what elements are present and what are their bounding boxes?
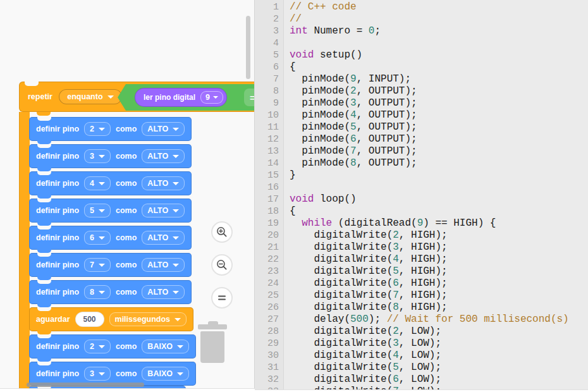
pin-value: 8: [90, 288, 94, 297]
state-value: BAIXO: [147, 342, 173, 351]
unit-dropdown[interactable]: milissegundos: [109, 312, 187, 326]
set-pin-block[interactable]: definir pino5comoALTO: [29, 199, 192, 223]
code-line: {: [290, 61, 588, 73]
pin-value: 7: [90, 260, 94, 269]
chevron-down-icon: [99, 182, 105, 185]
chevron-down-icon: [177, 372, 183, 376]
as-label: como: [116, 342, 137, 351]
state-dropdown[interactable]: BAIXO: [142, 340, 189, 353]
chevron-down-icon: [99, 155, 105, 158]
duration-input[interactable]: 500: [75, 312, 104, 327]
set-pin-label: definir pino: [36, 260, 79, 269]
chevron-down-icon: [173, 291, 179, 294]
state-dropdown[interactable]: ALTO: [142, 176, 185, 190]
set-pin-block[interactable]: definir pino7comoALTO: [29, 253, 192, 277]
line-number: 10: [255, 109, 283, 121]
line-number: 13: [255, 145, 283, 157]
chevron-down-icon: [175, 318, 181, 321]
set-pin-block[interactable]: definir pino2comoBAIXO: [29, 334, 196, 358]
set-pin-block[interactable]: definir pino2comoALTO: [29, 117, 192, 141]
pin-dropdown[interactable]: 4: [84, 176, 111, 190]
zoom-in-button[interactable]: [211, 221, 233, 243]
chevron-down-icon: [173, 155, 179, 158]
zoom-reset-button[interactable]: [211, 287, 233, 309]
line-number: 4: [255, 37, 283, 49]
line-number: 14: [255, 157, 283, 169]
state-dropdown[interactable]: BAIXO: [142, 367, 189, 381]
pin-dropdown[interactable]: 3: [84, 149, 111, 163]
state-value: ALTO: [147, 125, 168, 133]
state-dropdown[interactable]: ALTO: [142, 122, 185, 136]
state-dropdown[interactable]: ALTO: [142, 149, 185, 163]
read-digital-pin-block[interactable]: ler pino digital 9: [135, 88, 227, 107]
state-dropdown[interactable]: ALTO: [142, 231, 185, 245]
set-pin-block[interactable]: definir pino4comoALTO: [29, 171, 192, 195]
code-line: pinMode(2, OUTPUT);: [290, 85, 588, 97]
line-number: 12: [255, 133, 283, 145]
chevron-down-icon: [99, 345, 105, 348]
chevron-down-icon: [99, 264, 105, 267]
code-line: pinMode(6, OUTPUT);: [290, 133, 588, 145]
line-number: 6: [255, 61, 283, 73]
set-pin-block[interactable]: definir pino6comoALTO: [29, 226, 192, 250]
line-number: 22: [255, 254, 283, 266]
pin-dropdown[interactable]: 7: [84, 258, 111, 272]
state-value: ALTO: [147, 179, 168, 188]
zoom-in-icon: [216, 226, 228, 238]
as-label: como: [116, 288, 137, 297]
as-label: como: [116, 125, 137, 133]
code-editor[interactable]: 1234567891011121314151617181920212223242…: [255, 0, 588, 390]
vertical-scrollbar[interactable]: [246, 16, 250, 79]
pin-value: 4: [90, 179, 94, 188]
set-pin-label: definir pino: [36, 369, 79, 378]
code-line: [290, 181, 588, 193]
code-line: pinMode(3, OUTPUT);: [290, 97, 588, 109]
as-label: como: [116, 152, 137, 161]
set-pin-block[interactable]: definir pino8comoALTO: [29, 280, 192, 304]
chevron-down-icon: [173, 128, 179, 131]
state-dropdown[interactable]: ALTO: [142, 204, 185, 217]
as-label: como: [116, 206, 137, 215]
code-line: //: [290, 13, 588, 25]
line-number: 21: [255, 242, 283, 254]
blocks-canvas[interactable]: repetir enquanto ler pino digital 9 = de…: [0, 0, 255, 389]
set-pin-label: definir pino: [36, 125, 79, 133]
pin-dropdown[interactable]: 5: [84, 204, 111, 217]
code-line: [290, 37, 588, 49]
set-pin-label: definir pino: [36, 152, 79, 161]
code-line: }: [290, 169, 588, 181]
code-line: digitalWrite(2, LOW);: [290, 326, 588, 338]
line-number: 25: [255, 290, 283, 302]
line-number: 26: [255, 302, 283, 314]
line-number: 8: [255, 85, 283, 97]
as-label: como: [116, 260, 137, 269]
equals-operator-block[interactable]: ler pino digital 9 =: [118, 84, 255, 111]
set-pin-block[interactable]: definir pino3comoALTO: [29, 144, 192, 168]
code-line: digitalWrite(7, HIGH);: [290, 290, 588, 302]
chevron-down-icon: [107, 95, 114, 99]
repeat-mode-dropdown[interactable]: enquanto: [59, 89, 122, 104]
line-number: 31: [255, 362, 283, 374]
chevron-down-icon: [213, 96, 218, 99]
code-line: void loop(): [290, 193, 588, 205]
pin-dropdown[interactable]: 8: [84, 285, 111, 299]
code-line: pinMode(9, INPUT);: [290, 73, 588, 85]
repeat-block-spine[interactable]: [19, 112, 30, 388]
pin-dropdown[interactable]: 6: [84, 231, 111, 245]
pin-dropdown[interactable]: 2: [84, 122, 111, 136]
sensor-pin-dropdown[interactable]: 9: [200, 91, 223, 104]
code-line: digitalWrite(4, LOW);: [290, 350, 588, 362]
pin-dropdown[interactable]: 3: [84, 367, 111, 381]
code-line: digitalWrite(6, HIGH);: [290, 278, 588, 290]
horizontal-scrollbar[interactable]: [27, 383, 144, 387]
state-value: ALTO: [147, 288, 168, 297]
pin-dropdown[interactable]: 2: [84, 340, 111, 353]
repeat-block[interactable]: repetir enquanto ler pino digital 9 =: [19, 82, 255, 112]
set-pin-label: definir pino: [36, 288, 79, 297]
trash-icon[interactable]: [198, 321, 228, 365]
state-dropdown[interactable]: ALTO: [142, 285, 185, 299]
line-number: 17: [255, 193, 283, 205]
zoom-out-button[interactable]: [211, 254, 233, 276]
wait-block[interactable]: aguardar500milissegundos: [29, 307, 193, 331]
state-dropdown[interactable]: ALTO: [142, 258, 185, 272]
